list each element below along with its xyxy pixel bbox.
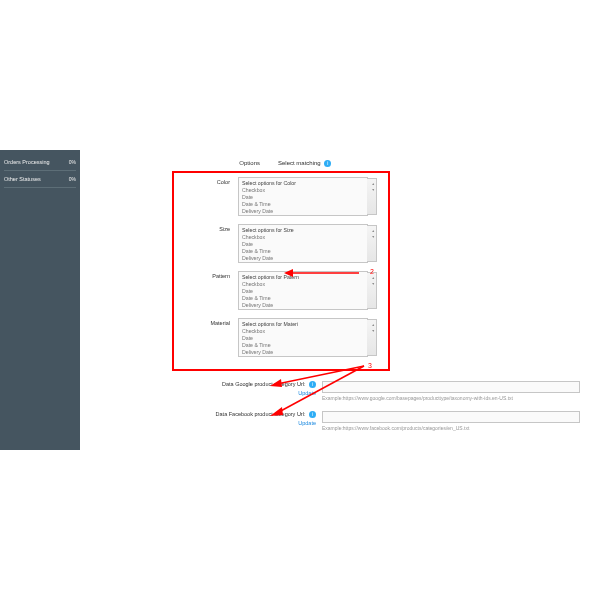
google-url-label: Data Google product category Url: <box>222 381 305 387</box>
option-label-pattern: Pattern <box>178 271 238 279</box>
column-header-options: Options <box>190 160 260 167</box>
option-select-pattern[interactable]: Select options for PaternCheckboxDateDat… <box>238 271 368 310</box>
main-panel: Options Select matching i ColorSelect op… <box>80 150 600 450</box>
option-select-color[interactable]: Select options for ColorCheckboxDateDate… <box>238 177 368 216</box>
facebook-url-update-link[interactable]: Update <box>180 420 316 426</box>
facebook-url-example: Example:https://www.facebook.com/product… <box>322 425 580 431</box>
option-select-material[interactable]: Select options for MateriCheckboxDateDat… <box>238 318 368 357</box>
option-label-material: Material <box>178 318 238 326</box>
sidebar-item-orders[interactable]: Orders Processing 0% <box>4 156 76 168</box>
annotation-label-3: 3 <box>368 362 372 369</box>
help-icon[interactable]: i <box>309 381 316 388</box>
annotation-box-1: ColorSelect options for ColorCheckboxDat… <box>172 171 390 371</box>
facebook-url-input[interactable] <box>322 411 580 423</box>
help-icon[interactable]: i <box>324 160 331 167</box>
sidebar: Orders Processing 0% Other Statuses 0% <box>0 150 80 450</box>
facebook-url-label: Data Facebook product category Url: <box>216 411 306 417</box>
option-label-color: Color <box>178 177 238 185</box>
column-header-matching: Select matching <box>278 160 321 166</box>
option-label-size: Size <box>178 224 238 232</box>
google-url-update-link[interactable]: Update <box>180 390 316 396</box>
google-url-input[interactable] <box>322 381 580 393</box>
google-url-example: Example:https://www.google.com/basepages… <box>322 395 580 401</box>
annotation-label-2: 2 <box>370 268 374 275</box>
sidebar-item-other[interactable]: Other Statuses 0% <box>4 173 76 185</box>
option-select-size[interactable]: Select options for SizeCheckboxDateDate … <box>238 224 368 263</box>
help-icon[interactable]: i <box>309 411 316 418</box>
